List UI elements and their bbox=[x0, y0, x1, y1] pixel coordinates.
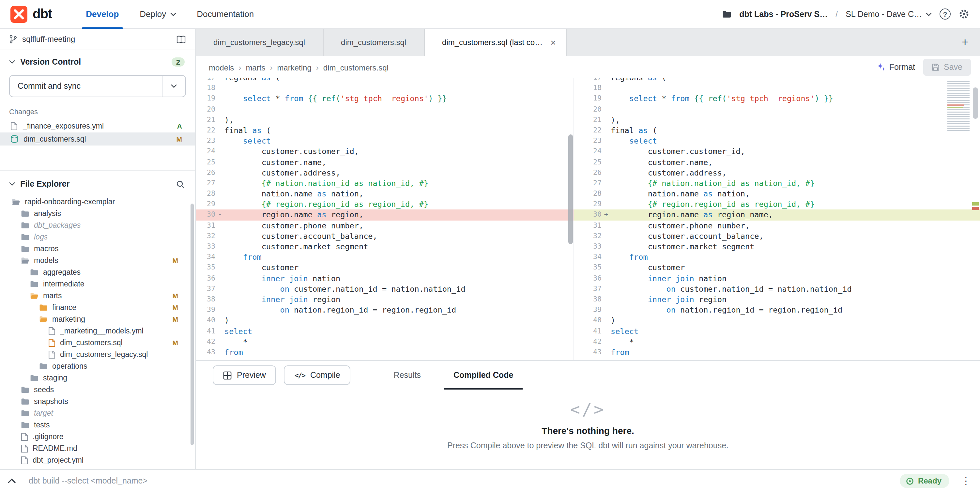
main-nav: DevelopDeployDocumentation bbox=[75, 0, 264, 29]
branch-name: sqlfluff-meeting bbox=[22, 35, 75, 44]
code-line-23: 23 select bbox=[574, 136, 980, 146]
sidebar-scrollbar[interactable] bbox=[191, 204, 194, 445]
editor-area: dim_customers_legacy.sqldim_customers.sq… bbox=[196, 29, 980, 469]
breadcrumb-item-dim-customers-sql[interactable]: dim_customers.sql bbox=[323, 63, 388, 72]
commit-and-sync-button[interactable]: Commit and sync bbox=[9, 75, 186, 97]
version-control-header[interactable]: Version Control 2 bbox=[0, 50, 195, 71]
chevron-up-icon[interactable] bbox=[8, 478, 16, 484]
folder-icon bbox=[30, 269, 38, 276]
close-tab-icon[interactable]: × bbox=[550, 37, 555, 48]
new-tab-button[interactable]: + bbox=[962, 36, 968, 49]
git-status-badge: M bbox=[177, 135, 182, 143]
tree-item-finance[interactable]: financeM bbox=[0, 301, 195, 313]
editor-tab-dim-customers-sql[interactable]: dim_customers.sql bbox=[323, 29, 425, 56]
breadcrumb-item-marketing[interactable]: marketing bbox=[277, 63, 311, 72]
bottom-panel-toolbar: Preview </> Compile ResultsCompiled Code bbox=[196, 361, 980, 390]
tree-item-seeds[interactable]: seeds bbox=[0, 384, 195, 395]
panel-tab-results[interactable]: Results bbox=[390, 361, 425, 390]
tree-item-operations[interactable]: operations bbox=[0, 360, 195, 372]
folder-open-accent-icon bbox=[30, 292, 38, 299]
tree-item-dbt-project-yml[interactable]: dbt_project.yml bbox=[0, 454, 195, 466]
editor-scrollbar[interactable] bbox=[973, 88, 978, 119]
diff-sign bbox=[601, 178, 611, 189]
content-area: sqlfluff-meeting Version Control 2 Commi… bbox=[0, 29, 980, 469]
tree-item-target[interactable]: target bbox=[0, 407, 195, 419]
changed-file-dim-customers-sql[interactable]: dim_customers.sqlM bbox=[0, 132, 195, 145]
tree-item-aggregates[interactable]: aggregates bbox=[0, 266, 195, 278]
tree-item-intermediate[interactable]: intermediate bbox=[0, 278, 195, 290]
tree-item-rapid-onboarding-exemplar[interactable]: rapid-onboarding-exemplar bbox=[0, 196, 195, 207]
help-icon[interactable]: ? bbox=[940, 8, 951, 19]
tree-item-marts[interactable]: martsM bbox=[0, 290, 195, 301]
tree-item-staging[interactable]: staging bbox=[0, 372, 195, 384]
diff-sign bbox=[601, 231, 611, 241]
account-project-separator: / bbox=[835, 10, 838, 19]
nav-develop[interactable]: Develop bbox=[75, 0, 129, 29]
left-pane-scrollbar[interactable] bbox=[568, 134, 573, 244]
breadcrumb-item-marts[interactable]: marts bbox=[246, 63, 265, 72]
settings-gear-icon[interactable] bbox=[958, 8, 970, 19]
line-number: 31 bbox=[196, 220, 215, 231]
file-explorer-header[interactable]: File Explorer bbox=[0, 170, 195, 193]
code-line-31: 31 customer.phone_number, bbox=[574, 220, 980, 231]
code-line-37: 37 on customer.nation_id = nation.nation… bbox=[574, 284, 980, 294]
folder-icon bbox=[21, 421, 29, 428]
tree-item-logs[interactable]: logs bbox=[0, 231, 195, 243]
tree-item-dim-customers-legacy-sql[interactable]: dim_customers_legacy.sql bbox=[0, 349, 195, 360]
dbt-cloud-ide: dbt DevelopDeployDocumentation dbt Labs … bbox=[0, 0, 980, 492]
code-line-24: 24 customer.customer_id, bbox=[574, 146, 980, 157]
project-selector[interactable]: SL Demo - Dave C… bbox=[846, 10, 932, 19]
branch-selector[interactable]: sqlfluff-meeting bbox=[0, 29, 195, 50]
commit-options-chevron[interactable] bbox=[162, 76, 185, 97]
panel-tab-compiled-code[interactable]: Compiled Code bbox=[450, 361, 517, 390]
line-number: 33 bbox=[574, 241, 601, 252]
code-line-32: 32 customer.account_balance, bbox=[196, 231, 574, 241]
status-badge[interactable]: Ready bbox=[900, 474, 949, 488]
changed-file-finance-exposures-yml[interactable]: _finance_exposures.ymlA bbox=[0, 119, 195, 132]
compile-button[interactable]: </> Compile bbox=[284, 365, 351, 385]
diff-pane-modified[interactable]: 17regions as (1819 select * from {{ ref(… bbox=[574, 78, 980, 360]
diff-sign bbox=[601, 104, 611, 115]
diff-pane-original[interactable]: 17regions as (1819 select * from {{ ref(… bbox=[196, 78, 574, 360]
dbt-logo[interactable]: dbt bbox=[10, 6, 52, 22]
tree-item-dim-customers-sql[interactable]: dim_customers.sqlM bbox=[0, 337, 195, 349]
line-number: 21 bbox=[574, 115, 601, 125]
code-line-23: 23 select bbox=[196, 136, 574, 146]
diff-sign bbox=[215, 83, 224, 93]
tree-item-dbt-packages[interactable]: dbt_packages bbox=[0, 219, 195, 231]
account-name[interactable]: dbt Labs - ProServ S… bbox=[739, 10, 828, 19]
tree-item-macros[interactable]: macros bbox=[0, 243, 195, 255]
code-line-34: 34 from bbox=[196, 252, 574, 262]
editor-tab-dim-customers-legacy-sql[interactable]: dim_customers_legacy.sql bbox=[196, 29, 323, 56]
tree-item-models[interactable]: modelsM bbox=[0, 255, 195, 266]
tree-item-readme-md[interactable]: README.md bbox=[0, 443, 195, 454]
nav-documentation[interactable]: Documentation bbox=[186, 0, 264, 29]
tree-item-marketing[interactable]: marketingM bbox=[0, 313, 195, 325]
preview-button[interactable]: Preview bbox=[213, 365, 276, 385]
diff-sign bbox=[215, 284, 224, 294]
kebab-menu-icon[interactable]: ⋮ bbox=[961, 475, 971, 487]
diff-sign bbox=[601, 294, 611, 305]
tree-item-snapshots[interactable]: snapshots bbox=[0, 395, 195, 407]
git-status-badge: M bbox=[173, 315, 178, 323]
line-number: 33 bbox=[196, 241, 215, 252]
code-line-27: 27 {# nation.nation_id as nation_id, #} bbox=[574, 178, 980, 189]
tree-item-gitignore[interactable]: .gitignore bbox=[0, 431, 195, 443]
ruler-added-marker bbox=[972, 202, 979, 205]
tree-item-marketing-models-yml[interactable]: _marketing__models.yml bbox=[0, 325, 195, 337]
nav-deploy[interactable]: Deploy bbox=[129, 0, 186, 29]
editor-tab-dim-customers-sql-last-co[interactable]: dim_customers.sql (last co…× bbox=[425, 29, 567, 56]
save-button[interactable]: Save bbox=[923, 58, 971, 75]
command-input[interactable]: dbt build --select <model_name> bbox=[29, 476, 148, 486]
diff-sign bbox=[601, 189, 611, 199]
code-line-40: 40) bbox=[196, 315, 574, 326]
tree-item-tests[interactable]: tests bbox=[0, 419, 195, 431]
tree-item-analysis[interactable]: analysis bbox=[0, 207, 195, 219]
breadcrumb-item-models[interactable]: models bbox=[209, 63, 234, 72]
diff-sign bbox=[215, 104, 224, 115]
minimap[interactable] bbox=[947, 81, 970, 132]
search-icon[interactable] bbox=[176, 180, 185, 188]
docs-book-icon[interactable] bbox=[176, 35, 186, 43]
format-button[interactable]: Format bbox=[877, 62, 915, 72]
dbt-logo-text: dbt bbox=[33, 6, 52, 22]
